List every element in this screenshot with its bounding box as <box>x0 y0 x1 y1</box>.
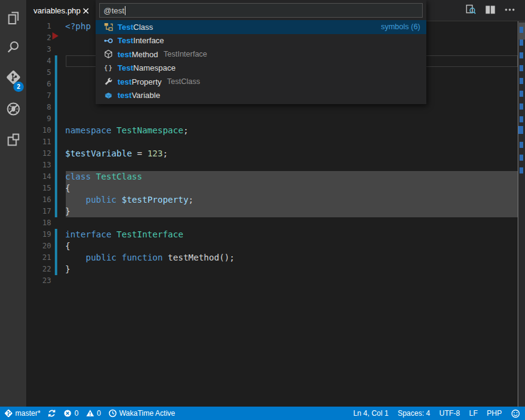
scm-changes-badge: 2 <box>13 82 24 92</box>
quick-open-input[interactable]: @test <box>99 3 423 18</box>
code-line-13[interactable]: 13 <box>26 159 517 171</box>
symbol-result-testProperty[interactable]: testPropertyTestClass <box>96 75 426 89</box>
status-warnings[interactable]: 0 <box>86 409 101 418</box>
code-line-text: { <box>65 240 70 252</box>
activity-bar-item-search[interactable] <box>0 34 26 63</box>
gutter-deleted-marker <box>52 32 58 40</box>
line-number[interactable]: 21 <box>26 252 51 264</box>
symbol-name-rest: Method <box>132 50 158 59</box>
symbol-name-rest: Variable <box>132 91 160 100</box>
code-line-23[interactable]: 23 <box>26 275 517 287</box>
line-number[interactable]: 18 <box>26 217 51 229</box>
activity-bar-item-extensions[interactable] <box>0 127 26 156</box>
line-number[interactable]: 10 <box>26 125 51 136</box>
more-actions-button[interactable] <box>503 4 516 18</box>
status-errors[interactable]: 0 <box>63 409 79 418</box>
open-preview-button[interactable] <box>464 4 477 18</box>
line-number[interactable]: 17 <box>26 206 51 217</box>
code-line-9[interactable]: 9 <box>26 113 517 125</box>
matched-text: test <box>118 91 132 100</box>
symbol-result-TestClass[interactable]: TestClasssymbols (6) <box>96 20 426 34</box>
gutter-modified-indicator <box>55 55 57 217</box>
symbol-name-rest: Property <box>132 77 161 86</box>
code-token: $testVariable <box>65 149 132 158</box>
status-sync[interactable] <box>48 409 56 418</box>
line-number[interactable]: 11 <box>26 136 51 148</box>
status-feedback[interactable] <box>511 409 520 418</box>
code-token <box>65 195 86 205</box>
code-token: TestInterface <box>116 229 183 239</box>
code-line-18[interactable]: 18 <box>26 217 517 229</box>
overview-ruler-mark <box>520 52 523 58</box>
matched-text: Test <box>118 63 133 72</box>
status-language-mode[interactable]: PHP <box>487 409 502 418</box>
interface-icon <box>104 36 113 46</box>
line-number[interactable]: 12 <box>26 148 51 159</box>
line-number[interactable]: 22 <box>26 264 51 275</box>
status-cursor-position-label: Ln 4, Col 1 <box>353 409 389 418</box>
symbol-label: TestNamespace <box>118 63 175 72</box>
line-number[interactable]: 5 <box>26 67 51 79</box>
symbol-result-TestInterface[interactable]: TestInterface <box>96 34 426 48</box>
line-number[interactable]: 14 <box>26 171 51 183</box>
line-number[interactable]: 3 <box>26 44 51 55</box>
code-token: { <box>65 241 70 251</box>
status-indentation[interactable]: Spaces: 4 <box>398 409 430 418</box>
code-line-20[interactable]: 20{ <box>26 240 517 252</box>
code-line-16[interactable]: 16 public $testProperty; <box>26 194 517 206</box>
line-number[interactable]: 2 <box>26 32 51 44</box>
vscode-window: 1<?php2345678910namespace TestNamespace;… <box>0 0 525 420</box>
code-line-15[interactable]: 15{ <box>26 183 517 194</box>
code-line-22[interactable]: 22} <box>26 264 517 275</box>
status-wakatime[interactable]: WakaTime Active <box>108 409 175 418</box>
line-number[interactable]: 15 <box>26 183 51 194</box>
status-cursor-position[interactable]: Ln 4, Col 1 <box>353 409 389 418</box>
status-git-branch[interactable]: master* <box>4 409 40 418</box>
activity-bar-item-explorer[interactable] <box>0 5 26 34</box>
tab-variables-php[interactable]: variables.php <box>26 0 96 21</box>
sync-icon <box>48 409 56 418</box>
activity-bar-item-source-control[interactable]: 2 <box>0 64 26 93</box>
symbol-result-testMethod[interactable]: testMethodTestInterface <box>96 47 426 61</box>
line-number[interactable]: 7 <box>26 90 51 102</box>
code-token: { <box>65 183 70 193</box>
line-number[interactable]: 16 <box>26 194 51 206</box>
line-number[interactable]: 13 <box>26 159 51 171</box>
code-line-21[interactable]: 21 public function testMethod(); <box>26 252 517 264</box>
code-token: TestNamespace <box>116 125 183 135</box>
open-preview-icon <box>465 4 477 18</box>
method-icon <box>104 49 113 59</box>
code-line-11[interactable]: 11 <box>26 136 517 148</box>
line-number[interactable]: 8 <box>26 102 51 113</box>
line-number[interactable]: 4 <box>26 55 51 67</box>
line-number[interactable]: 23 <box>26 275 51 287</box>
status-encoding[interactable]: UTF-8 <box>439 409 460 418</box>
code-line-text: } <box>65 264 70 275</box>
close-icon[interactable] <box>81 6 91 16</box>
symbol-name-rest: Interface <box>133 36 164 45</box>
overview-ruler-mark <box>520 103 523 110</box>
symbol-result-TestNamespace[interactable]: {}TestNamespace <box>96 61 426 75</box>
code-token <box>116 195 121 205</box>
activity-bar-item-debug[interactable] <box>0 96 26 125</box>
quick-open-list: TestClasssymbols (6)TestInterfacetestMet… <box>96 20 426 102</box>
line-number[interactable]: 19 <box>26 229 51 240</box>
line-number[interactable]: 1 <box>26 21 51 32</box>
code-line-17[interactable]: 17} <box>26 206 517 217</box>
code-line-text: } <box>65 206 70 217</box>
symbol-result-testVariable[interactable]: testVariable <box>96 89 426 103</box>
code-line-19[interactable]: 19interface TestInterface <box>26 229 517 240</box>
status-eol[interactable]: LF <box>469 409 477 418</box>
line-number[interactable]: 6 <box>26 79 51 90</box>
line-number[interactable]: 9 <box>26 113 51 125</box>
code-line-10[interactable]: 10namespace TestNamespace; <box>26 125 517 136</box>
code-line-14[interactable]: 14class TestClass <box>26 171 517 183</box>
line-number[interactable]: 20 <box>26 240 51 252</box>
symbol-label: TestClass <box>118 23 153 32</box>
smiley-icon <box>511 409 520 418</box>
status-wakatime-label: WakaTime Active <box>119 409 175 418</box>
code-token: ; <box>163 149 167 158</box>
code-line-12[interactable]: 12$testVariable = 123; <box>26 148 517 159</box>
split-editor-button[interactable] <box>484 4 497 18</box>
overview-ruler-mark <box>520 27 523 33</box>
